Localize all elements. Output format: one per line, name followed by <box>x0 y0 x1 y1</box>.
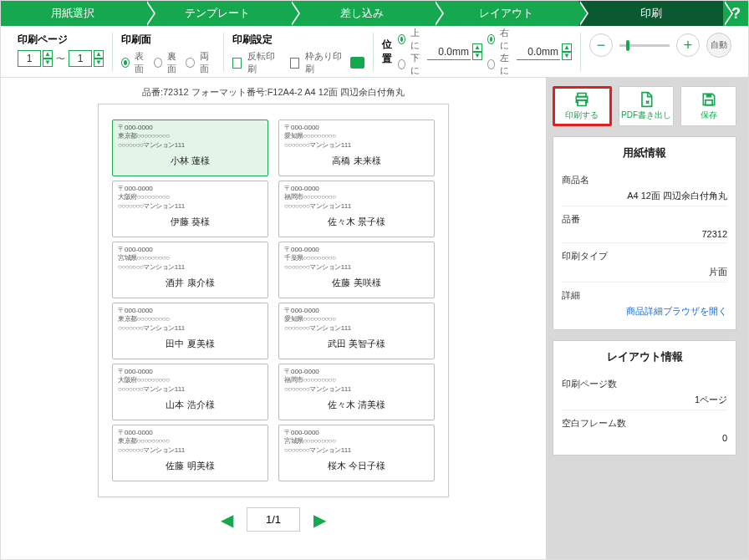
step-print[interactable]: 印刷 <box>578 1 723 26</box>
vertical-offset-stepper[interactable]: ▲▼ <box>427 43 482 60</box>
label-cell[interactable]: 〒000-0000大阪府○○○○○○○○○○○○○○○○マンション111山本 浩… <box>112 364 268 420</box>
label-cell[interactable]: 〒000-0000東京都○○○○○○○○○○○○○○○○マンション111佐藤 明… <box>112 425 268 481</box>
label-addr2: ○○○○○○○マンション111 <box>284 263 429 272</box>
radio-down[interactable] <box>398 59 405 69</box>
label-name: 小林 蓮様 <box>118 155 262 166</box>
detail-browser-link[interactable]: 商品詳細ブラウザを開く <box>562 305 727 318</box>
page-from-down[interactable]: ▼ <box>43 59 53 67</box>
label-addr1: 宮城県○○○○○○○○○ <box>284 437 429 445</box>
checkbox-frame[interactable] <box>290 58 299 69</box>
radio-front[interactable] <box>121 58 130 68</box>
radio-right[interactable] <box>487 34 495 44</box>
paper-code-value: 72312 <box>562 229 727 239</box>
label-cell[interactable]: 〒000-0000福岡市○○○○○○○○○○○○○○○○マンション111佐々木 … <box>278 364 435 420</box>
label-addr2: ○○○○○○○マンション111 <box>284 446 429 455</box>
sheet-preview: 〒000-0000東京都○○○○○○○○○○○○○○○○マンション111小林 蓮… <box>98 104 449 497</box>
page-from-input[interactable] <box>18 50 41 67</box>
pdf-export-button[interactable]: PDF書き出し <box>619 86 675 126</box>
zoom-out-button[interactable]: − <box>589 33 613 57</box>
label-name: 佐々木 景子様 <box>284 216 429 227</box>
save-button-label: 保存 <box>701 109 717 121</box>
horizontal-offset-stepper[interactable]: ▲▼ <box>517 43 572 60</box>
checkbox-reverse[interactable] <box>232 58 242 69</box>
label-addr1: 東京都○○○○○○○○○ <box>118 315 262 323</box>
label-cell[interactable]: 〒000-0000東京都○○○○○○○○○○○○○○○○マンション111小林 蓮… <box>112 120 268 176</box>
label-cell[interactable]: 〒000-0000宮城県○○○○○○○○○○○○○○○○マンション111酒井 康… <box>112 242 268 298</box>
print-side-group: 印刷面 表面 裏面 両面 <box>113 33 224 71</box>
horizontal-offset-input[interactable] <box>517 43 560 60</box>
v-up-btn[interactable]: ▲ <box>472 43 482 52</box>
label-zip: 〒000-0000 <box>284 185 429 193</box>
label-cell[interactable]: 〒000-0000東京都○○○○○○○○○○○○○○○○マンション111田中 夏… <box>112 303 268 359</box>
frame-color-sample[interactable] <box>350 57 364 69</box>
print-type-value: 片面 <box>562 266 727 278</box>
page-from-stepper[interactable]: ▲▼ <box>18 50 53 67</box>
label-cell[interactable]: 〒000-0000千葉県○○○○○○○○○○○○○○○○マンション111佐藤 美… <box>278 242 435 298</box>
label-addr2: ○○○○○○○マンション111 <box>118 141 262 150</box>
label-name: 佐藤 美咲様 <box>284 277 429 288</box>
page-to-input[interactable] <box>69 50 92 67</box>
radio-back-label: 裏面 <box>167 50 182 75</box>
label-cell[interactable]: 〒000-0000大阪府○○○○○○○○○○○○○○○○マンション111伊藤 葵… <box>112 181 268 237</box>
pages-value: 1ページ <box>562 394 727 406</box>
label-addr2: ○○○○○○○マンション111 <box>284 141 429 150</box>
label-name: 山本 浩介様 <box>118 399 262 410</box>
label-name: 酒井 康介様 <box>118 277 262 288</box>
vertical-offset-input[interactable] <box>427 43 471 60</box>
label-cell[interactable]: 〒000-0000愛知県○○○○○○○○○○○○○○○○マンション111武田 美… <box>278 303 435 359</box>
label-zip: 〒000-0000 <box>284 429 429 437</box>
label-zip: 〒000-0000 <box>118 185 262 193</box>
paper-info-title: 用紙情報 <box>562 145 727 160</box>
page-from-up[interactable]: ▲ <box>43 50 53 59</box>
zoom-slider-thumb[interactable] <box>626 40 629 51</box>
label-addr2: ○○○○○○○マンション111 <box>118 324 262 333</box>
label-zip: 〒000-0000 <box>284 368 429 376</box>
step-template[interactable]: テンプレート <box>145 1 290 26</box>
label-addr1: 愛知県○○○○○○○○○ <box>284 132 429 140</box>
step-layout[interactable]: レイアウト <box>434 1 578 26</box>
print-button[interactable]: 印刷する <box>553 86 612 126</box>
step-paper[interactable]: 用紙選択 <box>1 1 145 26</box>
label-zip: 〒000-0000 <box>284 307 429 315</box>
label-addr2: ○○○○○○○マンション111 <box>118 446 262 455</box>
h-down-btn[interactable]: ▼ <box>562 52 572 60</box>
side-panel: 印刷する PDF書き出し 保存 用紙情報 商品名A4 12面 四辺余白付角丸 品… <box>546 78 748 559</box>
zoom-in-button[interactable]: + <box>676 33 700 57</box>
page-to-up[interactable]: ▲ <box>94 50 104 59</box>
zoom-auto-button[interactable]: 自動 <box>706 33 731 58</box>
radio-left[interactable] <box>487 59 495 69</box>
print-settings-group: 印刷設定 反転印刷 枠あり印刷 <box>224 33 374 71</box>
label-zip: 〒000-0000 <box>118 429 262 437</box>
empty-frames-key: 空白フレーム数 <box>562 417 727 430</box>
label-name: 高橋 未来様 <box>284 155 429 166</box>
label-zip: 〒000-0000 <box>284 124 429 132</box>
page-to-stepper[interactable]: ▲▼ <box>69 50 104 67</box>
paper-info-panel: 用紙情報 商品名A4 12面 四辺余白付角丸 品番72312 印刷タイプ片面 詳… <box>553 136 736 330</box>
radio-down-label: 下に <box>410 52 422 77</box>
pager-display: 1/1 <box>247 507 300 532</box>
label-cell[interactable]: 〒000-0000愛知県○○○○○○○○○○○○○○○○マンション111高橋 未… <box>278 120 435 176</box>
pager-prev-icon[interactable]: ◀ <box>221 510 233 530</box>
radio-up[interactable] <box>398 34 405 44</box>
pdf-button-label: PDF書き出し <box>621 109 671 121</box>
label-addr2: ○○○○○○○マンション111 <box>118 385 262 394</box>
label-cell[interactable]: 〒000-0000福岡市○○○○○○○○○○○○○○○○マンション111佐々木 … <box>278 181 435 237</box>
label-name: 桜木 今日子様 <box>284 460 429 471</box>
step-merge[interactable]: 差し込み <box>290 1 435 26</box>
progress-stepper: 用紙選択 テンプレート 差し込み レイアウト 印刷 ? <box>1 1 748 26</box>
save-button[interactable]: 保存 <box>680 86 736 126</box>
radio-both[interactable] <box>186 58 194 68</box>
pager-next-icon[interactable]: ▶ <box>313 510 326 530</box>
label-addr2: ○○○○○○○マンション111 <box>284 324 429 333</box>
label-cell[interactable]: 〒000-0000宮城県○○○○○○○○○○○○○○○○マンション111桜木 今… <box>278 425 435 481</box>
sheet-header: 品番:72312 フォーマット番号:F12A4-2 A4 12面 四辺余白付角丸 <box>142 86 405 99</box>
paper-code-key: 品番 <box>562 213 727 226</box>
h-up-btn[interactable]: ▲ <box>562 43 572 52</box>
label-addr1: 宮城県○○○○○○○○○ <box>118 254 262 262</box>
radio-right-label: 右に <box>500 27 512 52</box>
radio-front-label: 表面 <box>135 50 150 75</box>
radio-back[interactable] <box>154 58 162 68</box>
v-down-btn[interactable]: ▼ <box>472 52 482 60</box>
zoom-slider[interactable] <box>619 44 670 47</box>
page-to-down[interactable]: ▼ <box>94 59 104 67</box>
